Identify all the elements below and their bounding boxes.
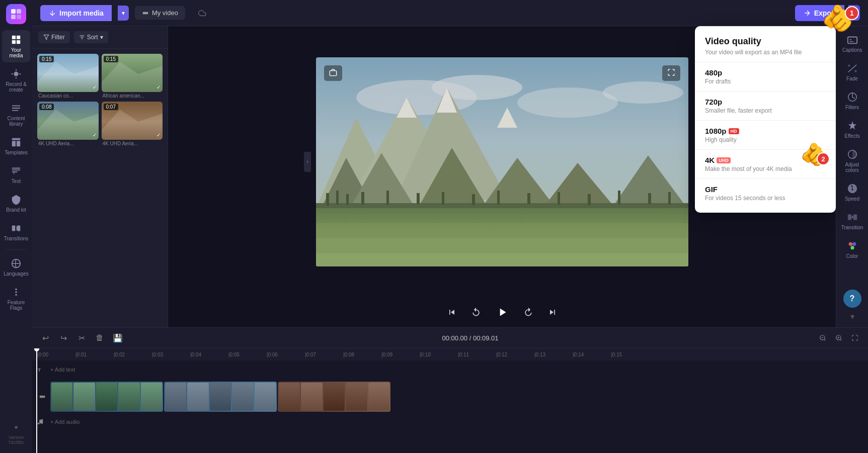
ruler-mark: |0:05: [227, 352, 266, 357]
timeline-zoom-controls: [816, 331, 862, 345]
ruler-mark: |0:11: [457, 352, 495, 357]
video-clip[interactable]: [278, 382, 390, 412]
skip-end-button[interactable]: [544, 304, 561, 320]
add-text-button[interactable]: + Add text: [46, 365, 79, 375]
svg-rect-9: [12, 106, 21, 107]
playhead[interactable]: [36, 348, 37, 453]
back-5s-button[interactable]: [468, 304, 484, 320]
video-preview: [316, 57, 688, 266]
svg-rect-65: [847, 215, 851, 220]
quality-option-4k[interactable]: 4K UHD Make the most of your 4K media: [695, 150, 836, 178]
media-label: 4K UHD Aeria...: [37, 140, 99, 146]
scene-icon-button[interactable]: [324, 65, 342, 81]
delete-button[interactable]: 🗑: [93, 331, 107, 345]
sidebar-item-adjust-colors[interactable]: Adjust colors: [838, 145, 866, 177]
sidebar-item-transition[interactable]: Transition: [838, 208, 866, 234]
quality-badge-uhd: UHD: [717, 157, 731, 163]
sidebar-item-your-media[interactable]: Your media: [2, 30, 30, 62]
right-sidebar: Captions Fade Filters Effects Adjust col…: [836, 26, 868, 327]
fullscreen-button[interactable]: [662, 65, 680, 81]
list-item[interactable]: 0:15 ✓ Caucasian co...: [37, 54, 99, 99]
media-duration: 0:15: [104, 56, 118, 62]
sidebar-item-languages[interactable]: Languages: [2, 254, 30, 281]
media-thumbnail[interactable]: 0:15 ✓: [102, 54, 163, 92]
zoom-in-button[interactable]: [832, 331, 846, 345]
media-duration: 0:08: [39, 104, 54, 110]
clip-frames: [164, 382, 277, 412]
zoom-out-button[interactable]: [816, 331, 830, 345]
media-toolbar: Filter Sort ▾: [32, 26, 168, 49]
svg-rect-14: [17, 141, 20, 146]
list-item[interactable]: 0:15 ✓ African american...: [102, 54, 163, 99]
media-thumbnail[interactable]: 0:07 ✓: [102, 102, 163, 140]
svg-point-8: [14, 71, 18, 76]
sidebar-item-label: Transitions: [4, 236, 29, 241]
sidebar-item-captions[interactable]: Captions: [838, 30, 866, 57]
sidebar-item-brand-kit[interactable]: Brand kit: [2, 190, 30, 217]
ruler-mark: |0:04: [189, 352, 227, 357]
left-sidebar: Your media Record & create Content libra…: [0, 0, 32, 453]
quality-dropdown-subtitle: Your video will export as an MP4 file: [695, 49, 836, 62]
svg-rect-4: [12, 36, 16, 39]
quality-option-1080p[interactable]: 1080p HD High quality: [695, 121, 836, 149]
sidebar-item-templates[interactable]: Templates: [2, 133, 30, 159]
video-clip[interactable]: [50, 382, 163, 412]
list-item[interactable]: 0:07 ✓ 4K UHD Aeria...: [102, 102, 163, 146]
my-video-tab[interactable]: My video: [135, 6, 185, 20]
media-label: Caucasian co...: [37, 92, 99, 99]
media-check: ✓: [156, 132, 161, 138]
preview-top-left: [324, 65, 342, 81]
collapse-panel-button[interactable]: ‹: [304, 152, 311, 172]
svg-rect-13: [12, 141, 16, 146]
fit-button[interactable]: [848, 331, 862, 345]
sidebar-item-transitions[interactable]: Transitions: [2, 219, 30, 245]
export-button[interactable]: Export: [795, 5, 844, 21]
svg-rect-66: [853, 215, 856, 220]
redo-button[interactable]: ↪: [56, 331, 70, 345]
sidebar-item-label: Your media: [4, 47, 28, 58]
export-dropdown-button[interactable]: ▾: [848, 5, 860, 21]
svg-rect-3: [17, 15, 21, 19]
quality-option-720p[interactable]: 720p Smaller file, faster export: [695, 92, 836, 120]
media-thumbnail[interactable]: 0:08 ✓: [37, 102, 99, 140]
cloud-save-button[interactable]: [191, 6, 213, 20]
cut-button[interactable]: ✂: [74, 331, 89, 345]
ruler-mark: |0:14: [572, 352, 610, 357]
media-duration: 0:07: [104, 104, 118, 110]
import-media-dropdown-button[interactable]: ▾: [118, 6, 129, 21]
save-button[interactable]: 💾: [111, 331, 125, 345]
import-media-button[interactable]: Import media: [40, 5, 112, 21]
sidebar-item-filters[interactable]: Filters: [838, 87, 866, 114]
ruler-mark: |0:12: [495, 352, 533, 357]
svg-point-67: [848, 242, 852, 246]
sidebar-item-effects[interactable]: Effects: [838, 116, 866, 143]
video-clip[interactable]: [164, 382, 277, 412]
play-pause-button[interactable]: [492, 302, 512, 322]
sidebar-item-text[interactable]: T Text: [2, 161, 30, 188]
ruler-mark: |0:10: [419, 352, 457, 357]
help-button[interactable]: ?: [843, 290, 861, 308]
undo-button[interactable]: ↩: [38, 331, 52, 345]
rewind-button[interactable]: [444, 304, 460, 320]
svg-rect-62: [847, 37, 856, 44]
media-thumbnail[interactable]: 0:15 ✓: [37, 54, 99, 92]
filter-button[interactable]: Filter: [38, 31, 70, 43]
sidebar-item-color[interactable]: Color: [838, 236, 866, 263]
list-item[interactable]: 0:08 ✓ 4K UHD Aeria...: [37, 102, 99, 146]
collapse-right-button[interactable]: ▾: [848, 310, 856, 323]
sort-button[interactable]: Sort ▾: [74, 31, 108, 43]
media-check: ✓: [93, 84, 97, 90]
sidebar-item-content-library[interactable]: Content library: [2, 99, 30, 131]
svg-rect-11: [12, 110, 19, 111]
forward-5s-button[interactable]: [520, 304, 536, 320]
quality-option-gif[interactable]: GIF For videos 15 seconds or less: [695, 179, 836, 208]
sidebar-item-speed[interactable]: Speed: [838, 179, 866, 206]
ruler-mark: |0:08: [342, 352, 380, 357]
quality-option-480p[interactable]: 480p For drafts: [695, 62, 836, 91]
add-audio-button[interactable]: + Add audio: [46, 417, 84, 427]
ruler-mark: |0:02: [113, 352, 151, 357]
media-panel: Filter Sort ▾ 0:15 ✓ Caucasian co...: [32, 26, 168, 327]
sidebar-item-record-create[interactable]: Record & create: [2, 64, 30, 97]
sidebar-item-fade[interactable]: Fade: [838, 59, 866, 85]
sidebar-item-feature-flags[interactable]: Feature Flags: [2, 283, 30, 315]
